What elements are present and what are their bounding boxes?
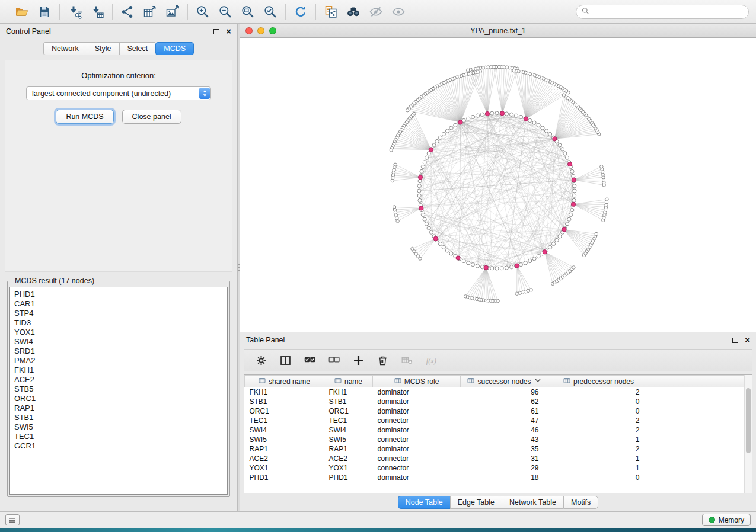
close-panel-button[interactable]: Close panel: [122, 110, 181, 124]
show-columns-icon: [279, 354, 292, 367]
search-icon: [582, 7, 589, 17]
table-row[interactable]: RAP1RAP1dominator352: [245, 444, 744, 454]
header-grid-icon: [334, 377, 342, 386]
table-row[interactable]: ORC1ORC1dominator610: [245, 406, 744, 416]
mcds-result-item[interactable]: ORC1: [14, 394, 223, 403]
cell-mcds-role: connector: [373, 435, 461, 444]
tab-style[interactable]: Style: [87, 42, 119, 55]
select-all-button[interactable]: [302, 353, 317, 367]
mcds-result-item[interactable]: PHD1: [14, 290, 223, 299]
tab-select[interactable]: Select: [119, 42, 156, 55]
mcds-panel-body: Optimization criterion: largest connecte…: [5, 60, 232, 272]
float-table-panel-icon[interactable]: [732, 338, 738, 343]
cell-name: TEC1: [324, 416, 373, 425]
tab-network-table[interactable]: Network Table: [502, 496, 563, 509]
zoom-in-icon: [196, 5, 210, 19]
tab-edge-table[interactable]: Edge Table: [450, 496, 502, 509]
table-row[interactable]: SWI5SWI5connector431: [245, 435, 744, 444]
duplicate-network-button[interactable]: [322, 3, 340, 21]
zoom-window-button[interactable]: [269, 27, 276, 34]
cell-name: SWI5: [324, 435, 373, 444]
cell-shared-name: PHD1: [245, 473, 324, 482]
mcds-result-item[interactable]: STP4: [14, 309, 223, 318]
mcds-result-item[interactable]: GCR1: [14, 441, 223, 451]
cell-predecessor-nodes: 0: [548, 397, 649, 406]
cell-shared-name: STB1: [245, 397, 324, 406]
svg-text:f(x): f(x): [426, 356, 436, 364]
import-network-button[interactable]: [66, 3, 84, 21]
table-row[interactable]: ACE2ACE2connector311: [245, 454, 744, 463]
table-row[interactable]: YOX1YOX1connector291: [245, 463, 744, 473]
status-menu-button[interactable]: [5, 514, 20, 525]
mcds-result-item[interactable]: SWI4: [14, 337, 223, 347]
import-table-button[interactable]: [88, 3, 106, 21]
mcds-result-item[interactable]: STB5: [14, 384, 223, 394]
refresh-button[interactable]: [292, 3, 310, 21]
column-header-label: predecessor nodes: [573, 377, 634, 386]
scrollbar-thumb[interactable]: [746, 388, 751, 453]
mcds-result-item[interactable]: RAP1: [14, 403, 223, 413]
close-window-button[interactable]: [245, 27, 253, 34]
zoom-selected-button[interactable]: [261, 3, 279, 21]
network-graph[interactable]: [240, 38, 755, 331]
tab-node-table[interactable]: Node Table: [398, 496, 450, 509]
mcds-result-item[interactable]: TID3: [14, 318, 223, 328]
table-row[interactable]: SWI4SWI4dominator462: [245, 425, 744, 435]
open-file-icon: [15, 5, 29, 19]
table-row[interactable]: STB1STB1dominator620: [245, 397, 744, 406]
delete-row-button[interactable]: [375, 353, 390, 367]
mcds-result-item[interactable]: STB1: [14, 413, 223, 422]
table-row[interactable]: TEC1TEC1connector472: [245, 416, 744, 425]
column-header-shared-name[interactable]: shared name: [245, 376, 324, 387]
zoom-out-icon: [218, 5, 232, 19]
save-session-button[interactable]: [36, 3, 53, 21]
mcds-result-item[interactable]: CAR1: [14, 299, 223, 309]
mcds-result-item[interactable]: FKH1: [14, 366, 223, 375]
mcds-result-item[interactable]: ACE2: [14, 375, 223, 384]
deselect-all-button[interactable]: [327, 353, 341, 367]
show-columns-button[interactable]: [278, 353, 292, 367]
binoculars-button[interactable]: [344, 3, 362, 21]
column-header-name[interactable]: name: [324, 376, 373, 387]
close-table-panel-icon[interactable]: ×: [745, 337, 750, 343]
column-header-mcds-role[interactable]: MCDS role: [373, 376, 461, 387]
table-toolbar: f(x): [244, 349, 752, 371]
close-panel-icon[interactable]: ×: [226, 28, 231, 34]
column-header-successor-nodes[interactable]: successor nodes: [461, 376, 548, 387]
cell-mcds-role: dominator: [373, 387, 461, 398]
search-box[interactable]: [576, 5, 749, 19]
mcds-result-item[interactable]: TEC1: [14, 432, 223, 441]
open-file-button[interactable]: [13, 3, 31, 21]
run-mcds-button[interactable]: Run MCDS: [56, 110, 113, 124]
minimize-window-button[interactable]: [257, 27, 264, 34]
zoom-fit-button[interactable]: [239, 3, 257, 21]
tab-motifs[interactable]: Motifs: [563, 496, 598, 509]
column-header-predecessor-nodes[interactable]: predecessor nodes: [548, 376, 649, 387]
tab-mcds[interactable]: MCDS: [155, 42, 194, 55]
float-panel-icon[interactable]: [213, 29, 219, 34]
cell-name: ACE2: [324, 454, 373, 463]
table-row[interactable]: PHD1PHD1dominator180: [245, 473, 744, 482]
add-row-button[interactable]: [351, 353, 365, 367]
memory-button[interactable]: Memory: [702, 514, 751, 526]
mcds-result-item[interactable]: SWI5: [14, 422, 223, 432]
mcds-result-item[interactable]: PMA2: [14, 356, 223, 366]
table-row[interactable]: FKH1FKH1dominator962: [245, 387, 744, 398]
export-network-button[interactable]: [119, 3, 136, 21]
mcds-result-list[interactable]: PHD1CAR1STP4TID3YOX1SWI4SRD1PMA2FKH1ACE2…: [9, 287, 228, 495]
export-table-button[interactable]: [141, 3, 159, 21]
table-scrollbar[interactable]: [744, 375, 752, 493]
list-icon: [8, 517, 17, 523]
network-canvas[interactable]: [240, 38, 756, 332]
tab-network[interactable]: Network: [43, 42, 87, 55]
mcds-result-item[interactable]: SRD1: [14, 347, 223, 356]
zoom-in-button[interactable]: [194, 3, 212, 21]
export-image-button[interactable]: [164, 3, 181, 21]
zoom-out-button[interactable]: [216, 3, 234, 21]
cell-successor-nodes: 29: [461, 463, 548, 473]
search-input[interactable]: [593, 8, 743, 16]
mcds-result-item[interactable]: YOX1: [14, 328, 223, 337]
cell-predecessor-nodes: 2: [548, 444, 649, 454]
settings-gear-button[interactable]: [254, 353, 268, 367]
optimization-criterion-select[interactable]: largest connected component (undirected): [26, 86, 211, 100]
